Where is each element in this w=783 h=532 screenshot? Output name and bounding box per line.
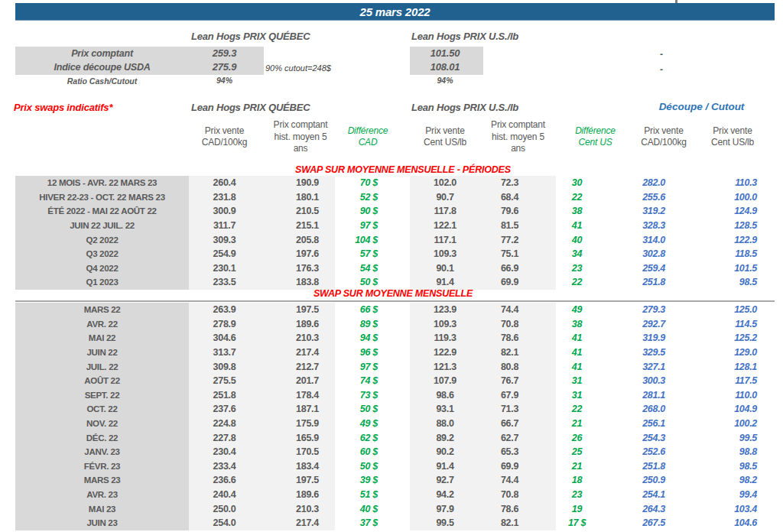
column-header: Prix venteCent US/lb bbox=[694, 125, 771, 149]
periods-section-title: SWAP SUR MOYENNE MENSUELLE - PÉRIODES bbox=[15, 164, 771, 176]
cell-prix-vente-us: 90.1 bbox=[410, 261, 480, 276]
cell-difference-cad: 96 $ bbox=[335, 345, 392, 360]
cell-hist-cad: 189.6 bbox=[260, 488, 335, 502]
table-row: SEPT. 22251.8178.473 $98.667.931281.1110… bbox=[15, 388, 771, 403]
cell-hist-us: 66.7 bbox=[480, 417, 556, 431]
cell-difference-us: 41 bbox=[556, 345, 618, 360]
cell-prix-vente-us: 97.9 bbox=[410, 501, 480, 516]
column-gap bbox=[392, 219, 410, 233]
cell-prix-vente-cad: 240.4 bbox=[189, 488, 260, 502]
cell-hist-cad: 212.7 bbox=[260, 359, 335, 374]
column-header: Prix comptanthist. moyen 5ans bbox=[480, 119, 556, 155]
cell-hist-cad: 197.5 bbox=[260, 473, 335, 488]
cell-prix-vente-cad: 254.0 bbox=[189, 516, 260, 530]
cell-cutout-us: 99.5 bbox=[694, 430, 771, 445]
swaps-us-header: Lean Hogs PRIX U.S./lb bbox=[411, 102, 518, 113]
cell-prix-vente-us: 89.2 bbox=[410, 430, 480, 445]
cell-prix-vente-cad: 254.9 bbox=[189, 247, 260, 261]
cell-prix-vente-us: 117.1 bbox=[410, 232, 480, 247]
monthly-table: MARS 22263.9197.566 $123.974.449279.3125… bbox=[15, 303, 771, 530]
cell-difference-us: 40 bbox=[556, 232, 618, 247]
row-label: JUIN 22 bbox=[15, 345, 189, 360]
cell-prix-vente-cad: 311.7 bbox=[189, 219, 260, 233]
column-gap bbox=[392, 119, 410, 155]
cell-prix-vente-cad: 263.9 bbox=[189, 303, 260, 317]
cell-difference-us: 19 bbox=[556, 501, 618, 516]
cell-prix-vente-us: 109.3 bbox=[410, 317, 480, 332]
cell-difference-cad: 74 $ bbox=[335, 374, 392, 388]
cell-hist-us: 74.4 bbox=[480, 303, 556, 317]
cell-difference-us: 22 bbox=[556, 190, 618, 205]
cell-difference-us: 21 bbox=[556, 417, 618, 431]
row-label: AVR. 22 bbox=[15, 317, 189, 332]
cell-difference-us: 23 bbox=[556, 261, 618, 276]
cell-hist-us: 67.9 bbox=[480, 388, 556, 403]
table-row: OCT. 22237.6187.150 $93.171.322268.0104.… bbox=[15, 402, 771, 417]
cell-difference-us: 26 bbox=[556, 430, 618, 445]
cell-cutout-cad: 319.9 bbox=[618, 331, 694, 345]
column-gap bbox=[392, 516, 410, 530]
table-row: FÉVR. 23233.4183.450 $91.469.921251.898.… bbox=[15, 459, 771, 474]
cell-difference-cad: 57 $ bbox=[335, 247, 392, 261]
row-label: NOV. 22 bbox=[15, 417, 189, 431]
cell-hist-cad: 180.1 bbox=[260, 190, 335, 205]
cell-prix-vente-cad: 304.6 bbox=[189, 331, 260, 345]
cell-cutout-us: 100.0 bbox=[694, 190, 771, 205]
cell-hist-us: 82.1 bbox=[480, 516, 556, 530]
cell-hist-cad: 189.6 bbox=[260, 317, 335, 332]
cell-cutout-cad: 251.8 bbox=[618, 275, 694, 290]
cell-cutout-us: 124.9 bbox=[694, 204, 771, 219]
cell-hist-us: 68.4 bbox=[480, 190, 556, 205]
cell-cutout-us: 100.2 bbox=[694, 417, 771, 431]
cell-prix-vente-cad: 227.8 bbox=[189, 430, 260, 445]
spot-us-value: 108.01 bbox=[410, 61, 480, 73]
row-label: JUIN 23 bbox=[15, 516, 189, 530]
cell-hist-us: 62.7 bbox=[480, 430, 556, 445]
table-row: Q2 2022309.3205.8104 $117.177.240314.012… bbox=[15, 232, 771, 247]
column-header: Prix venteCAD/100kg bbox=[618, 125, 694, 149]
column-header-row: Prix venteCAD/100kgPrix comptanthist. mo… bbox=[15, 119, 771, 155]
table-row: MAI 23250.0210.340 $97.978.619264.3103.4 bbox=[15, 501, 771, 516]
cell-prix-vente-cad: 233.4 bbox=[189, 459, 260, 474]
cell-hist-us: 82.1 bbox=[480, 345, 556, 360]
cell-hist-cad: 197.5 bbox=[260, 303, 335, 317]
table-row: Q3 2022254.9197.657 $109.375.134302.8118… bbox=[15, 247, 771, 261]
cell-hist-cad: 183.8 bbox=[260, 275, 335, 290]
cell-hist-cad: 217.4 bbox=[260, 516, 335, 530]
cell-difference-cad: 52 $ bbox=[335, 190, 392, 205]
column-header: DifférenceCAD bbox=[335, 125, 392, 149]
cell-prix-vente-cad: 260.4 bbox=[189, 176, 260, 190]
cell-hist-cad: 176.3 bbox=[260, 261, 335, 276]
cell-prix-vente-us: 119.3 bbox=[410, 331, 480, 345]
cutout-note: 90% cutout=248$ bbox=[265, 63, 331, 73]
cell-difference-us: 38 bbox=[556, 317, 618, 332]
table-row: JUIN 23254.0217.437 $99.582.117 $267.510… bbox=[15, 516, 771, 530]
cell-difference-us: 25 bbox=[556, 445, 618, 459]
table-row: MARS 23236.6197.539 $92.774.418250.998.2 bbox=[15, 473, 771, 488]
column-gap bbox=[392, 488, 410, 502]
cell-cutout-cad: 281.1 bbox=[618, 388, 694, 403]
table-row: AVR. 23240.4189.651 $94.270.823254.199.4 bbox=[15, 488, 771, 502]
table-row: DÉC. 22227.8165.962 $89.262.726254.399.5 bbox=[15, 430, 771, 445]
row-label: Q4 2022 bbox=[15, 261, 189, 276]
cell-cutout-us: 98.2 bbox=[694, 473, 771, 488]
cell-hist-cad: 210.5 bbox=[260, 204, 335, 219]
column-gap bbox=[392, 303, 410, 317]
cell-prix-vente-cad: 230.4 bbox=[189, 445, 260, 459]
swaps-quebec-header: Lean Hogs PRIX QUÉBEC bbox=[191, 102, 310, 113]
cell-difference-cad: 90 $ bbox=[335, 204, 392, 219]
spot-quebec-header: Lean Hogs PRIX QUÉBEC bbox=[191, 31, 310, 42]
cell-difference-cad: 50 $ bbox=[335, 275, 392, 290]
spot-cutout-dash: - bbox=[646, 49, 677, 60]
cell-prix-vente-cad: 251.8 bbox=[189, 388, 260, 403]
spot-us-ratio: 94% bbox=[410, 76, 480, 85]
date-banner: 25 mars 2022 bbox=[15, 3, 775, 21]
column-gap bbox=[392, 176, 410, 190]
cell-hist-cad: 175.9 bbox=[260, 417, 335, 431]
cell-difference-cad: 54 $ bbox=[335, 261, 392, 276]
column-gap bbox=[392, 275, 410, 290]
cell-difference-cad: 89 $ bbox=[335, 317, 392, 332]
cell-difference-us: 31 bbox=[556, 388, 618, 403]
cell-cutout-cad: 264.3 bbox=[618, 501, 694, 516]
cell-cutout-cad: 328.3 bbox=[618, 219, 694, 233]
